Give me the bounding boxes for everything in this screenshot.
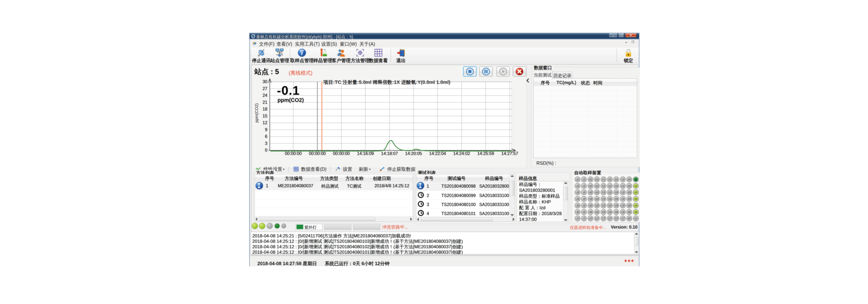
svg-text:i: i <box>301 50 303 57</box>
